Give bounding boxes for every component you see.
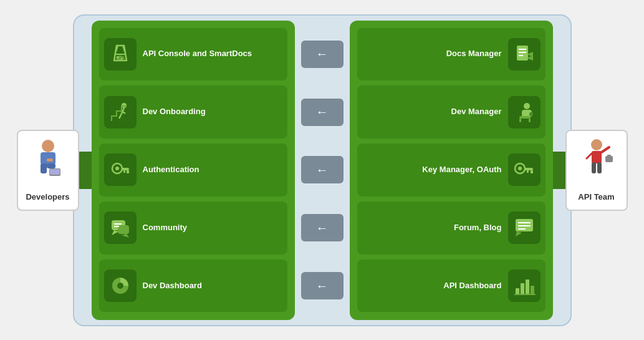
flask-icon-box: [104, 38, 137, 70]
svg-point-29: [117, 283, 123, 289]
svg-rect-5: [50, 169, 60, 175]
svg-rect-55: [531, 286, 534, 294]
svg-rect-40: [529, 119, 531, 122]
svg-rect-38: [519, 116, 531, 119]
community-row: Community: [99, 202, 287, 255]
arrow-pill-2: ←: [301, 99, 344, 126]
svg-marker-51: [516, 231, 522, 236]
dev-manager-row: Dev Manager: [357, 85, 545, 138]
arrow-1: ←: [301, 28, 344, 81]
authentication-label: Authentication: [137, 165, 206, 175]
svg-point-43: [518, 167, 522, 170]
svg-rect-45: [531, 170, 533, 173]
dev-onboarding-row: Dev Onboarding: [99, 85, 287, 138]
inner-panels-area: API Console and SmartDocs Dev Onboardin: [92, 21, 553, 320]
svg-rect-44: [524, 168, 533, 170]
dev-dashboard-label: Dev Dashboard: [137, 281, 208, 291]
api-team-label: API Team: [578, 192, 614, 202]
svg-rect-58: [592, 151, 602, 163]
svg-marker-26: [122, 234, 129, 238]
authentication-row: Authentication: [99, 143, 287, 197]
left-green-panel: API Console and SmartDocs Dev Onboardin: [92, 21, 295, 320]
developer-label: Developers: [26, 192, 69, 202]
arrow-2: ←: [301, 85, 344, 138]
svg-rect-21: [127, 170, 129, 173]
api-dashboard-row: API Dashboard: [357, 260, 545, 313]
developer-icon: [29, 138, 67, 189]
svg-rect-61: [592, 162, 596, 173]
key-oauth-icon-box: [508, 153, 541, 186]
arrow-icon-5: ←: [316, 279, 329, 293]
arrow-icon-1: ←: [316, 47, 329, 61]
docs-icon-box: [508, 38, 541, 70]
svg-rect-39: [519, 119, 521, 122]
svg-rect-53: [521, 283, 524, 294]
arrow-pill-5: ←: [301, 272, 344, 299]
middle-arrows-area: ← ← ← ← ←: [297, 21, 347, 320]
arrow-3: ←: [301, 143, 344, 197]
svg-rect-52: [516, 288, 519, 294]
dev-manager-label: Dev Manager: [445, 107, 508, 117]
svg-rect-2: [41, 163, 47, 173]
arrow-icon-2: ←: [316, 105, 329, 119]
svg-rect-22: [123, 170, 125, 173]
right-green-panel: Docs Manager Dev Manager: [350, 21, 553, 320]
key-manager-label: Key Manager, OAuth: [416, 165, 507, 175]
svg-rect-25: [118, 225, 129, 234]
main-diagram: Developers API Console an: [17, 8, 628, 333]
community-label: Community: [137, 223, 194, 233]
svg-point-0: [42, 140, 54, 152]
chat-icon-box: [104, 211, 137, 244]
svg-rect-54: [526, 279, 529, 294]
api-dashboard-label: API Dashboard: [437, 281, 507, 291]
svg-rect-62: [597, 162, 602, 173]
arrow-pill-3: ←: [301, 156, 344, 183]
svg-rect-41: [529, 112, 533, 116]
svg-rect-46: [527, 170, 529, 173]
docs-manager-label: Docs Manager: [440, 49, 508, 59]
api-console-row: API Console and SmartDocs: [99, 28, 287, 81]
api-team-box: API Team: [565, 130, 628, 211]
svg-rect-3: [47, 163, 55, 168]
forum-blog-label: Forum, Blog: [448, 223, 508, 233]
escalator-icon-box: [104, 96, 137, 129]
svg-line-16: [119, 114, 122, 119]
forum-icon-box: [508, 211, 541, 244]
forum-blog-row: Forum, Blog: [357, 202, 545, 255]
key-manager-row: Key Manager, OAuth: [357, 143, 545, 197]
dev-onboarding-label: Dev Onboarding: [137, 107, 212, 117]
arrow-icon-4: ←: [316, 221, 329, 235]
svg-line-60: [587, 153, 592, 158]
arrow-icon-3: ←: [316, 163, 329, 177]
svg-rect-64: [607, 155, 611, 157]
bar-chart-icon-box: [508, 270, 541, 302]
developer-box: Developers: [17, 130, 79, 211]
pie-chart-icon-box: [104, 270, 137, 302]
api-console-label: API Console and SmartDocs: [137, 49, 259, 59]
api-team-icon: [578, 138, 615, 189]
svg-rect-20: [122, 168, 129, 170]
svg-rect-6: [47, 158, 53, 162]
arrow-pill-1: ←: [301, 41, 344, 68]
svg-point-12: [117, 56, 119, 59]
svg-point-19: [115, 167, 119, 170]
svg-point-13: [120, 57, 122, 59]
arrow-5: ←: [301, 260, 344, 313]
arrow-pill-4: ←: [301, 214, 344, 241]
svg-point-36: [524, 103, 530, 109]
dev-dashboard-row: Dev Dashboard: [99, 260, 287, 313]
manager-icon-box: [508, 96, 541, 129]
svg-point-57: [591, 139, 602, 150]
svg-line-59: [602, 147, 609, 152]
arrow-4: ←: [301, 202, 344, 255]
key-icon-box: [104, 153, 137, 186]
docs-manager-row: Docs Manager: [357, 28, 545, 81]
